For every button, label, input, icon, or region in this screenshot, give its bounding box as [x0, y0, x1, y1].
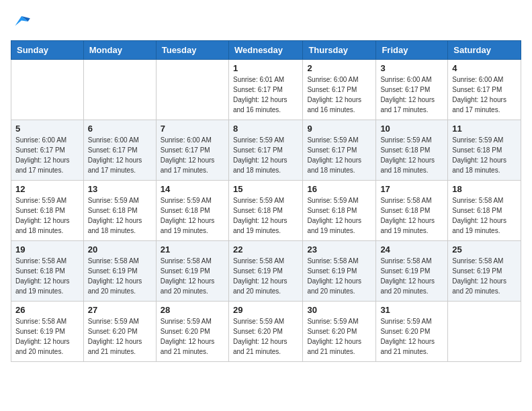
calendar-cell: 8Sunrise: 5:59 AMSunset: 6:17 PMDaylight… — [228, 120, 302, 181]
day-number: 23 — [307, 244, 371, 255]
week-row-3: 12Sunrise: 5:59 AMSunset: 6:18 PMDayligh… — [11, 181, 521, 241]
day-info: Sunrise: 5:59 AMSunset: 6:18 PMDaylight:… — [88, 195, 152, 236]
day-info: Sunrise: 5:58 AMSunset: 6:19 PMDaylight:… — [88, 256, 152, 296]
weekday-header-saturday: Saturday — [448, 41, 521, 60]
day-number: 12 — [15, 184, 79, 194]
day-number: 1 — [233, 63, 298, 73]
logo — [11, 11, 35, 32]
day-number: 27 — [88, 305, 152, 315]
day-number: 19 — [15, 244, 79, 255]
day-number: 4 — [452, 63, 517, 73]
day-number: 8 — [233, 124, 298, 134]
calendar-cell: 4Sunrise: 6:00 AMSunset: 6:17 PMDaylight… — [448, 60, 521, 120]
weekday-header-thursday: Thursday — [303, 41, 376, 60]
calendar-cell: 5Sunrise: 6:00 AMSunset: 6:17 PMDaylight… — [11, 120, 84, 181]
day-number: 14 — [161, 184, 224, 194]
weekday-header-wednesday: Wednesday — [228, 41, 302, 60]
calendar-cell: 7Sunrise: 6:00 AMSunset: 6:17 PMDaylight… — [156, 120, 228, 181]
day-info: Sunrise: 5:58 AMSunset: 6:18 PMDaylight:… — [15, 256, 79, 296]
weekday-header-monday: Monday — [83, 41, 156, 60]
day-info: Sunrise: 5:59 AMSunset: 6:20 PMDaylight:… — [233, 316, 298, 357]
day-info: Sunrise: 6:01 AMSunset: 6:17 PMDaylight:… — [233, 75, 298, 115]
calendar-cell: 11Sunrise: 5:59 AMSunset: 6:18 PMDayligh… — [448, 120, 521, 181]
day-info: Sunrise: 5:59 AMSunset: 6:18 PMDaylight:… — [233, 195, 298, 236]
day-number: 24 — [380, 244, 443, 255]
day-number: 29 — [233, 305, 298, 315]
day-info: Sunrise: 5:58 AMSunset: 6:19 PMDaylight:… — [233, 256, 298, 296]
day-info: Sunrise: 5:58 AMSunset: 6:19 PMDaylight:… — [307, 256, 371, 296]
calendar-cell: 22Sunrise: 5:58 AMSunset: 6:19 PMDayligh… — [228, 241, 302, 302]
calendar-cell: 29Sunrise: 5:59 AMSunset: 6:20 PMDayligh… — [228, 302, 302, 362]
day-number: 18 — [452, 184, 517, 194]
calendar-cell — [156, 60, 228, 120]
calendar-cell: 26Sunrise: 5:58 AMSunset: 6:19 PMDayligh… — [11, 302, 84, 362]
week-row-2: 5Sunrise: 6:00 AMSunset: 6:17 PMDaylight… — [11, 120, 521, 181]
day-info: Sunrise: 6:00 AMSunset: 6:17 PMDaylight:… — [15, 135, 79, 175]
page-header — [11, 11, 521, 32]
calendar-cell: 16Sunrise: 5:59 AMSunset: 6:18 PMDayligh… — [303, 181, 376, 241]
weekday-header-tuesday: Tuesday — [156, 41, 228, 60]
logo-icon — [11, 11, 32, 32]
calendar-cell: 12Sunrise: 5:59 AMSunset: 6:18 PMDayligh… — [11, 181, 84, 241]
calendar-cell: 28Sunrise: 5:59 AMSunset: 6:20 PMDayligh… — [156, 302, 228, 362]
day-info: Sunrise: 5:58 AMSunset: 6:18 PMDaylight:… — [452, 195, 517, 236]
calendar-cell: 31Sunrise: 5:59 AMSunset: 6:20 PMDayligh… — [376, 302, 448, 362]
day-info: Sunrise: 5:59 AMSunset: 6:20 PMDaylight:… — [88, 316, 152, 357]
calendar-cell: 20Sunrise: 5:58 AMSunset: 6:19 PMDayligh… — [83, 241, 156, 302]
calendar-cell: 15Sunrise: 5:59 AMSunset: 6:18 PMDayligh… — [228, 181, 302, 241]
calendar-cell — [83, 60, 156, 120]
calendar-cell: 21Sunrise: 5:58 AMSunset: 6:19 PMDayligh… — [156, 241, 228, 302]
day-info: Sunrise: 5:59 AMSunset: 6:18 PMDaylight:… — [307, 195, 371, 236]
day-info: Sunrise: 5:58 AMSunset: 6:18 PMDaylight:… — [380, 195, 443, 236]
calendar-cell: 19Sunrise: 5:58 AMSunset: 6:18 PMDayligh… — [11, 241, 84, 302]
calendar-cell: 2Sunrise: 6:00 AMSunset: 6:17 PMDaylight… — [303, 60, 376, 120]
day-info: Sunrise: 5:58 AMSunset: 6:19 PMDaylight:… — [452, 256, 517, 296]
calendar-cell: 18Sunrise: 5:58 AMSunset: 6:18 PMDayligh… — [448, 181, 521, 241]
calendar-cell: 9Sunrise: 5:59 AMSunset: 6:17 PMDaylight… — [303, 120, 376, 181]
calendar-cell: 17Sunrise: 5:58 AMSunset: 6:18 PMDayligh… — [376, 181, 448, 241]
day-info: Sunrise: 5:59 AMSunset: 6:18 PMDaylight:… — [15, 195, 79, 236]
day-number: 26 — [15, 305, 79, 315]
day-number: 22 — [233, 244, 298, 255]
day-info: Sunrise: 6:00 AMSunset: 6:17 PMDaylight:… — [452, 75, 517, 115]
day-number: 31 — [380, 305, 443, 315]
day-info: Sunrise: 5:59 AMSunset: 6:18 PMDaylight:… — [161, 195, 224, 236]
day-number: 2 — [307, 63, 371, 73]
day-info: Sunrise: 5:59 AMSunset: 6:18 PMDaylight:… — [452, 135, 517, 175]
calendar-cell: 13Sunrise: 5:59 AMSunset: 6:18 PMDayligh… — [83, 181, 156, 241]
weekday-header-sunday: Sunday — [11, 41, 84, 60]
day-info: Sunrise: 5:59 AMSunset: 6:17 PMDaylight:… — [307, 135, 371, 175]
day-number: 9 — [307, 124, 371, 134]
calendar-cell: 27Sunrise: 5:59 AMSunset: 6:20 PMDayligh… — [83, 302, 156, 362]
calendar-cell: 23Sunrise: 5:58 AMSunset: 6:19 PMDayligh… — [303, 241, 376, 302]
day-number: 20 — [88, 244, 152, 255]
day-number: 28 — [161, 305, 224, 315]
calendar-cell — [11, 60, 84, 120]
day-info: Sunrise: 5:59 AMSunset: 6:20 PMDaylight:… — [380, 316, 443, 357]
day-number: 21 — [161, 244, 224, 255]
day-info: Sunrise: 5:58 AMSunset: 6:19 PMDaylight:… — [15, 316, 79, 357]
calendar-cell: 25Sunrise: 5:58 AMSunset: 6:19 PMDayligh… — [448, 241, 521, 302]
day-info: Sunrise: 6:00 AMSunset: 6:17 PMDaylight:… — [88, 135, 152, 175]
day-info: Sunrise: 6:00 AMSunset: 6:17 PMDaylight:… — [380, 75, 443, 115]
weekday-header-row: SundayMondayTuesdayWednesdayThursdayFrid… — [11, 41, 521, 60]
week-row-1: 1Sunrise: 6:01 AMSunset: 6:17 PMDaylight… — [11, 60, 521, 120]
day-number: 16 — [307, 184, 371, 194]
day-number: 3 — [380, 63, 443, 73]
day-number: 15 — [233, 184, 298, 194]
calendar-cell — [448, 302, 521, 362]
calendar-cell: 3Sunrise: 6:00 AMSunset: 6:17 PMDaylight… — [376, 60, 448, 120]
calendar-cell: 24Sunrise: 5:58 AMSunset: 6:19 PMDayligh… — [376, 241, 448, 302]
day-info: Sunrise: 5:59 AMSunset: 6:20 PMDaylight:… — [161, 316, 224, 357]
day-number: 7 — [161, 124, 224, 134]
calendar-cell: 1Sunrise: 6:01 AMSunset: 6:17 PMDaylight… — [228, 60, 302, 120]
calendar-table: SundayMondayTuesdayWednesdayThursdayFrid… — [11, 40, 521, 362]
calendar-cell: 10Sunrise: 5:59 AMSunset: 6:18 PMDayligh… — [376, 120, 448, 181]
weekday-header-friday: Friday — [376, 41, 448, 60]
calendar-cell: 6Sunrise: 6:00 AMSunset: 6:17 PMDaylight… — [83, 120, 156, 181]
day-number: 30 — [307, 305, 371, 315]
day-info: Sunrise: 5:58 AMSunset: 6:19 PMDaylight:… — [161, 256, 224, 296]
day-number: 11 — [452, 124, 517, 134]
day-number: 25 — [452, 244, 517, 255]
day-info: Sunrise: 6:00 AMSunset: 6:17 PMDaylight:… — [161, 135, 224, 175]
